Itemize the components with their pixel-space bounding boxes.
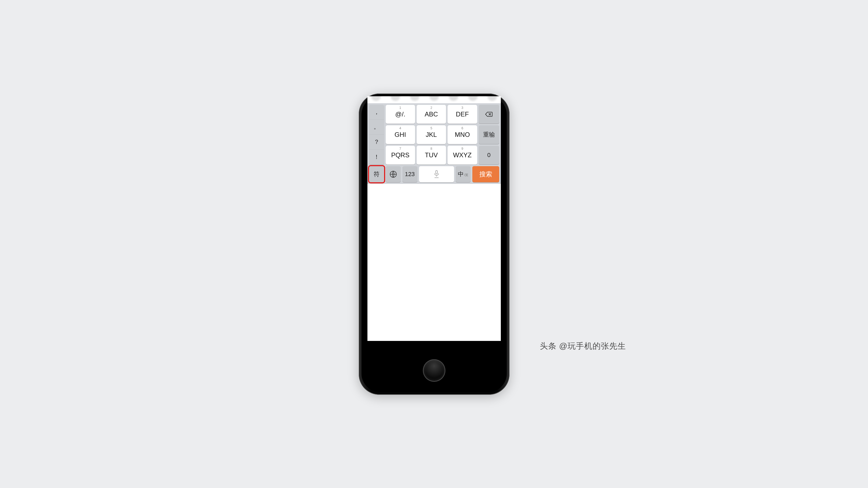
key-numbers[interactable]: 123: [402, 166, 417, 182]
key-3[interactable]: 3DEF: [447, 105, 477, 124]
key-digit: 4: [399, 126, 401, 130]
key-9[interactable]: 9WXYZ: [447, 146, 477, 165]
key-comma[interactable]: ，: [369, 105, 384, 120]
toolbar-item[interactable]: [410, 96, 420, 101]
key-exclaim[interactable]: ！: [369, 150, 384, 165]
key-globe[interactable]: [386, 166, 401, 182]
key-backspace[interactable]: [479, 105, 499, 124]
key-language[interactable]: 中/英: [456, 166, 471, 182]
phone-bezel: 锁定备忘录 含核对清单的备忘录: [362, 96, 507, 392]
key-digit: 9: [461, 147, 463, 151]
key-search[interactable]: 搜索: [472, 166, 499, 182]
mic-icon: [433, 170, 440, 178]
keyboard-bottom-row: 符 123: [369, 166, 499, 182]
key-digit: 8: [430, 147, 432, 151]
key-digit: 2: [430, 106, 432, 110]
key-zero[interactable]: 0: [479, 146, 499, 165]
key-space-mic[interactable]: [419, 166, 454, 182]
notes-app-content: 锁定备忘录 含核对清单的备忘录: [367, 96, 501, 341]
stage: 锁定备忘录 含核对清单的备忘录: [238, 134, 630, 354]
key-label: GHI: [395, 131, 406, 138]
key-label: ABC: [425, 110, 438, 118]
punct-column: ， 。 ？ ！: [369, 105, 384, 165]
key-label: TUV: [425, 151, 438, 159]
svg-rect-5: [435, 170, 437, 174]
globe-icon: [390, 170, 397, 178]
key-symbols[interactable]: 符: [369, 166, 384, 182]
keyboard: ， 。 ？ ！ 1@/. 2ABC 3DEF: [367, 103, 501, 184]
keyboard-toolbar: [367, 96, 501, 103]
key-digit: 6: [461, 126, 463, 130]
key-label: PQRS: [391, 151, 409, 159]
key-digit: 5: [430, 126, 432, 130]
key-digit: 1: [399, 106, 401, 110]
key-8[interactable]: 8TUV: [417, 146, 446, 165]
key-label: WXYZ: [453, 151, 471, 159]
key-digit: 7: [399, 147, 401, 151]
key-period[interactable]: 。: [369, 120, 384, 135]
key-label: DEF: [456, 110, 469, 118]
key-2[interactable]: 2ABC: [417, 105, 446, 124]
key-label: JKL: [426, 131, 437, 138]
toolbar-item[interactable]: [429, 96, 439, 101]
key-label: MNO: [455, 131, 470, 138]
key-4[interactable]: 4GHI: [386, 125, 415, 144]
lang-sub: /英: [464, 173, 468, 177]
home-button[interactable]: [423, 359, 445, 382]
watermark: 头条 @玩手机的张先生: [540, 341, 626, 352]
backspace-icon: [485, 111, 493, 117]
toolbar-item[interactable]: [487, 96, 497, 101]
toolbar-item[interactable]: [371, 96, 381, 101]
key-6[interactable]: 6MNO: [447, 125, 477, 144]
key-question[interactable]: ？: [369, 135, 384, 150]
toolbar-item[interactable]: [449, 96, 458, 101]
keyboard-main-grid: ， 。 ？ ！ 1@/. 2ABC 3DEF: [369, 105, 499, 165]
key-digit: 3: [461, 106, 463, 110]
toolbar-item[interactable]: [391, 96, 400, 101]
phone-screen: 锁定备忘录 含核对清单的备忘录: [367, 96, 501, 341]
key-1[interactable]: 1@/.: [386, 105, 415, 124]
key-label: @/.: [395, 110, 405, 118]
key-5[interactable]: 5JKL: [417, 125, 446, 144]
phone-frame: 锁定备忘录 含核对清单的备忘录: [359, 94, 509, 395]
key-retype[interactable]: 重输: [479, 125, 499, 144]
key-7[interactable]: 7PQRS: [386, 146, 415, 165]
lang-main: 中: [458, 170, 464, 178]
toolbar-item[interactable]: [468, 96, 478, 101]
